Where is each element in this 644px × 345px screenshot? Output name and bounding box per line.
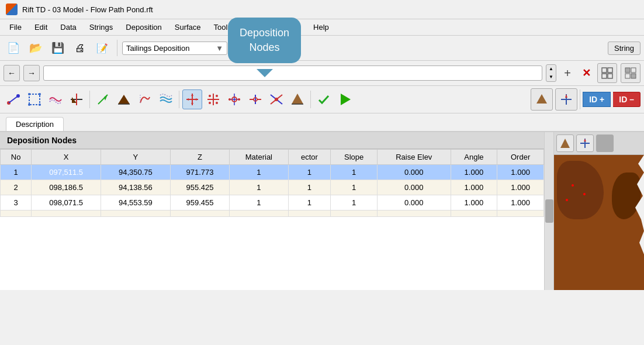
node-edit-btn[interactable] bbox=[224, 89, 244, 109]
cross-section-icon bbox=[70, 92, 84, 106]
map-terrain-btn[interactable] bbox=[556, 134, 574, 152]
description-tab[interactable]: Description bbox=[6, 117, 64, 131]
table-row[interactable]: 1 097,511.5 94,350.75 971.773 1 1 1 0.00… bbox=[1, 165, 544, 180]
cell-angle bbox=[451, 211, 497, 217]
move-tool-btn[interactable] bbox=[182, 89, 202, 109]
svg-line-10 bbox=[9, 96, 18, 103]
node-edit-icon bbox=[227, 92, 241, 106]
map-compass-btn[interactable] bbox=[576, 134, 594, 152]
map-panel bbox=[553, 132, 644, 290]
arrow-tool-btn[interactable] bbox=[93, 89, 113, 109]
id-plus-btn[interactable]: ID + bbox=[583, 92, 611, 107]
svg-marker-48 bbox=[292, 94, 303, 104]
compass-btn[interactable] bbox=[555, 88, 577, 111]
menu-edit[interactable]: Edit bbox=[29, 21, 53, 33]
svg-marker-27 bbox=[191, 103, 193, 105]
menu-bar: File Edit Data Strings Deposition Surfac… bbox=[0, 19, 644, 36]
cell-material: 1 bbox=[230, 180, 288, 195]
svg-marker-29 bbox=[196, 98, 198, 101]
play-btn[interactable] bbox=[335, 89, 355, 109]
vertical-scrollbar[interactable] bbox=[544, 132, 553, 290]
cell-order: 1.000 bbox=[497, 180, 544, 195]
menu-surface[interactable]: Surface bbox=[169, 21, 207, 33]
wave-tool-btn[interactable] bbox=[46, 89, 65, 109]
cell-slope bbox=[331, 211, 378, 217]
menu-deposition[interactable]: Deposition bbox=[120, 21, 167, 33]
snap-tool-btn[interactable] bbox=[203, 89, 223, 109]
water-tool-icon bbox=[159, 92, 173, 106]
print-btn[interactable]: 🖨 bbox=[70, 38, 90, 58]
grid-btn2[interactable] bbox=[621, 63, 640, 83]
edit-btn[interactable]: 📝 bbox=[92, 38, 112, 58]
cell-vector: 1 bbox=[288, 165, 331, 180]
cell-vector: 1 bbox=[288, 195, 331, 211]
map-3d-btn[interactable] bbox=[531, 88, 553, 111]
spinner-up[interactable]: ▲ bbox=[546, 65, 556, 73]
grid-icon2 bbox=[625, 67, 636, 79]
col-x: X bbox=[32, 150, 101, 165]
menu-help[interactable]: Help bbox=[307, 21, 335, 33]
table-row[interactable]: 2 098,186.5 94,138.56 955.425 1 1 1 0.00… bbox=[1, 180, 544, 195]
svg-marker-20 bbox=[104, 95, 108, 101]
trim-tool-btn[interactable] bbox=[266, 89, 286, 109]
map-edge-svg bbox=[632, 155, 644, 290]
pile-tool-icon bbox=[290, 92, 304, 106]
line-tool-icon bbox=[6, 92, 20, 106]
svg-rect-3 bbox=[608, 74, 612, 78]
col-raise-elev: Raise Elev bbox=[378, 150, 451, 165]
cell-order: 1.000 bbox=[497, 165, 544, 180]
water-tool-btn[interactable] bbox=[156, 89, 176, 109]
open-file-btn[interactable]: 📂 bbox=[26, 38, 46, 58]
curve-tool-btn[interactable] bbox=[135, 89, 155, 109]
snap-tool-icon bbox=[206, 92, 220, 106]
svg-rect-6 bbox=[625, 74, 630, 78]
table-scroll[interactable]: No X Y Z Material ector Slope Raise Elev… bbox=[0, 149, 544, 290]
id-minus-btn[interactable]: ID – bbox=[613, 92, 640, 107]
tick-tool-btn[interactable] bbox=[314, 89, 334, 109]
cell-slope: 1 bbox=[331, 165, 378, 180]
spinner-down[interactable]: ▼ bbox=[546, 73, 556, 81]
svg-rect-11 bbox=[29, 94, 40, 105]
svg-point-14 bbox=[28, 104, 30, 106]
svg-point-35 bbox=[216, 102, 218, 104]
string-label: String bbox=[614, 44, 634, 53]
title-bar: Rift TD - 03 Model - Flow Path Pond.rft bbox=[0, 0, 644, 19]
select-box-btn[interactable] bbox=[25, 89, 44, 109]
cell-y bbox=[101, 211, 171, 217]
spinner-btns[interactable]: ▲ ▼ bbox=[546, 64, 556, 82]
save-file-btn[interactable]: 💾 bbox=[48, 38, 68, 58]
trim-tool-icon bbox=[269, 92, 283, 106]
deposition-dropdown[interactable]: Tailings Deposition ▼ bbox=[122, 42, 227, 55]
curve-tool-icon bbox=[138, 92, 152, 106]
svg-rect-4 bbox=[625, 68, 630, 73]
map-extra-btn[interactable] bbox=[596, 134, 614, 152]
forward-icon: → bbox=[27, 68, 36, 78]
forward-btn[interactable]: → bbox=[23, 65, 40, 81]
cross-section-btn[interactable] bbox=[67, 89, 86, 109]
svg-point-40 bbox=[238, 98, 240, 101]
menu-strings[interactable]: Strings bbox=[84, 21, 119, 33]
menu-data[interactable]: Data bbox=[54, 21, 82, 33]
back-btn[interactable]: ← bbox=[4, 65, 20, 81]
svg-marker-51 bbox=[536, 94, 547, 104]
table-row[interactable] bbox=[1, 211, 544, 217]
window-title: Rift TD - 03 Model - Flow Path Pond.rft bbox=[22, 5, 153, 14]
line-tool-btn[interactable] bbox=[4, 89, 23, 109]
table-section: Deposition Nodes No X Y Z Material ector… bbox=[0, 132, 544, 290]
svg-rect-1 bbox=[608, 68, 612, 73]
cell-angle: 1.000 bbox=[451, 165, 497, 180]
add-btn[interactable]: + bbox=[560, 65, 575, 81]
menu-file[interactable]: File bbox=[4, 21, 27, 33]
cell-angle: 1.000 bbox=[451, 180, 497, 195]
address-bar[interactable] bbox=[43, 65, 542, 81]
terrain-tool-btn[interactable] bbox=[114, 89, 134, 109]
cell-no: 1 bbox=[1, 165, 32, 180]
grid-btn1[interactable] bbox=[597, 63, 617, 83]
table-row[interactable]: 3 098,071.5 94,553.59 959.455 1 1 1 0.00… bbox=[1, 195, 544, 211]
split-tool-icon bbox=[248, 92, 262, 106]
pile-tool-btn[interactable] bbox=[288, 89, 307, 109]
new-file-btn[interactable]: 📄 bbox=[4, 38, 23, 58]
split-tool-btn[interactable] bbox=[245, 89, 265, 109]
scrollbar-thumb bbox=[545, 199, 553, 223]
delete-btn[interactable]: ✕ bbox=[579, 65, 594, 81]
